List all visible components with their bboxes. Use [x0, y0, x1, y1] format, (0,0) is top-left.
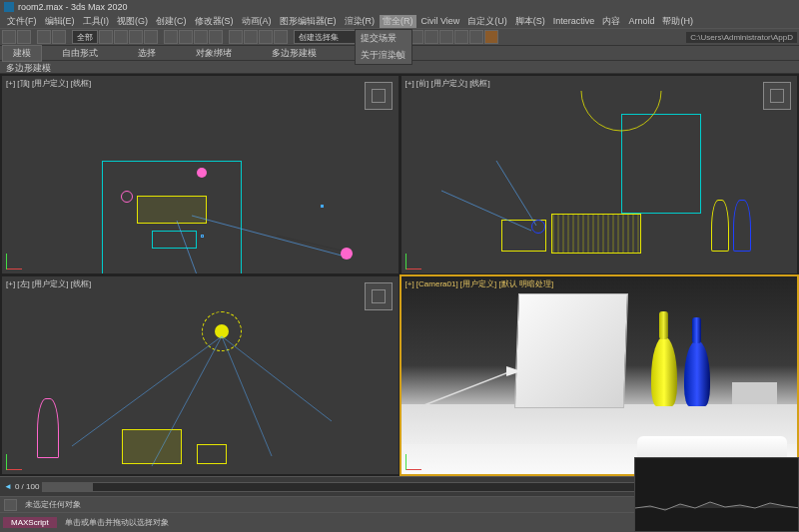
svg-point-3 — [341, 248, 353, 260]
window-title: room2.max - 3ds Max 2020 — [18, 2, 128, 12]
viewport-front[interactable]: [+] [前] [用户定义] [线框] — [400, 75, 799, 274]
snap-button[interactable] — [229, 30, 243, 44]
menu-group[interactable]: 视图(G) — [114, 15, 151, 28]
select-button[interactable] — [99, 30, 113, 44]
render-setup-button[interactable] — [454, 30, 468, 44]
selection-status: 未选定任何对象 — [25, 499, 81, 510]
books-render — [732, 382, 777, 404]
select-rect-button[interactable] — [129, 30, 143, 44]
menu-modify[interactable]: 修改器(S) — [192, 15, 237, 28]
axis-gizmo — [405, 448, 427, 470]
title-bar: room2.max - 3ds Max 2020 — [0, 0, 799, 14]
light-core — [215, 324, 229, 338]
percent-snap-button[interactable] — [259, 30, 273, 44]
sofa-top — [137, 196, 207, 224]
stats-graph — [635, 458, 798, 531]
filter-combo[interactable]: 全部 — [72, 30, 98, 44]
viewport-camera[interactable]: [+] [Camera01] [用户定义] [默认 明暗处理] — [400, 275, 799, 475]
schematic-button[interactable] — [424, 30, 438, 44]
table-top — [152, 231, 197, 249]
menu-tools[interactable]: 工具(I) — [80, 15, 113, 28]
menu-edit[interactable]: 编辑(E) — [42, 15, 78, 28]
named-selection-combo[interactable]: 创建选择集 — [294, 30, 364, 44]
viewport-container: [+] [顶] [用户定义] [线框] [+] [前] [用户定义] [线框] — [0, 74, 799, 476]
ribbon-object[interactable]: 对象绑堵 — [176, 47, 252, 60]
canvas-render — [513, 293, 627, 408]
stats-graph-panel[interactable] — [634, 457, 799, 532]
sofa-side — [122, 429, 182, 464]
frame-range: 0 / 100 — [15, 482, 39, 491]
menu-file[interactable]: 文件(F) — [4, 15, 40, 28]
viewport-top-label[interactable]: [+] [顶] [用户定义] [线框] — [6, 78, 91, 89]
viewport-left-label[interactable]: [+] [左] [用户定义] [线框] — [6, 278, 91, 289]
svg-line-10 — [421, 371, 511, 406]
svg-line-9 — [222, 336, 272, 456]
vase-blue-neck — [692, 317, 701, 343]
ribbon-freeform[interactable]: 自由形式 — [42, 47, 118, 60]
placement-button[interactable] — [209, 30, 223, 44]
render-frame-button[interactable] — [469, 30, 483, 44]
spinner-snap-button[interactable] — [274, 30, 288, 44]
viewcube-icon[interactable] — [365, 82, 393, 110]
vase-wire-1 — [711, 200, 729, 252]
object-circle-1 — [121, 191, 133, 203]
menu-graph[interactable]: 图形编辑器(E) — [277, 15, 340, 28]
menu-content[interactable]: 内容 — [599, 15, 623, 28]
vase-blue — [684, 340, 710, 406]
scale-button[interactable] — [194, 30, 208, 44]
svg-line-2 — [277, 236, 342, 251]
menu-help[interactable]: 帮助(H) — [659, 15, 696, 28]
select-name-button[interactable] — [114, 30, 128, 44]
rotate-button[interactable] — [179, 30, 193, 44]
ribbon-tab-modeling[interactable]: 建模 — [2, 45, 42, 62]
axis-gizmo — [6, 448, 28, 470]
menu-bar[interactable]: 文件(F) 编辑(E) 工具(I) 视图(G) 创建(C) 修改器(S) 动画(… — [0, 14, 799, 28]
viewport-top[interactable]: [+] [顶] [用户定义] [线框] — [1, 75, 400, 274]
unlink-button[interactable] — [52, 30, 66, 44]
render-button[interactable] — [484, 30, 498, 44]
move-button[interactable] — [164, 30, 178, 44]
menu-script[interactable]: 脚本(S) — [512, 15, 548, 28]
camera-lines — [202, 236, 203, 237]
maxscript-tag[interactable]: MAXScript — [3, 517, 57, 528]
submenu-dropdown[interactable]: 提交场景 关于渲染帧 — [355, 29, 412, 65]
prompt-hint: 单击或单击并拖动以选择对象 — [59, 517, 175, 528]
menu-anim[interactable]: 动画(A) — [239, 15, 275, 28]
vase-yellow — [651, 336, 677, 406]
viewport-camera-text: [+] [Camera01] [用户定义] — [405, 279, 499, 288]
viewcube-icon[interactable] — [365, 282, 393, 310]
material-button[interactable] — [439, 30, 453, 44]
submenu-item-2[interactable]: 关于渲染帧 — [356, 47, 411, 64]
menu-arnold[interactable]: Arnold — [625, 16, 657, 26]
angle-snap-button[interactable] — [244, 30, 258, 44]
menu-customize[interactable]: 自定义(U) — [464, 15, 510, 28]
redo-button[interactable] — [17, 30, 31, 44]
undo-button[interactable] — [2, 30, 16, 44]
axis-gizmo — [6, 248, 28, 269]
vase-wire-2 — [733, 200, 751, 252]
viewport-front-label[interactable]: [+] [前] [用户定义] [线框] — [405, 78, 490, 89]
menu-civil[interactable]: Civil View — [418, 16, 463, 26]
viewport-camera-label[interactable]: [+] [Camera01] [用户定义] [默认 明暗处理] — [405, 278, 554, 289]
sofa-front — [551, 214, 641, 254]
axis-gizmo — [405, 248, 427, 269]
submenu-item-1[interactable]: 提交场景 — [356, 30, 411, 47]
svg-line-5 — [496, 161, 536, 226]
menu-render[interactable]: 渲染(R) — [342, 15, 379, 28]
window-crossing-button[interactable] — [144, 30, 158, 44]
viewport-left[interactable]: [+] [左] [用户定义] [线框] — [1, 275, 400, 475]
svg-line-7 — [222, 336, 332, 421]
viewcube-icon[interactable] — [763, 82, 791, 110]
lock-button[interactable] — [4, 499, 17, 511]
menu-interactive[interactable]: Interactive — [550, 16, 598, 26]
ribbon-poly[interactable]: 多边形建模 — [252, 47, 337, 60]
link-button[interactable] — [37, 30, 51, 44]
menu-smooth[interactable]: 雷全(R) — [380, 15, 416, 28]
panel-title: 多边形建模 — [6, 63, 51, 73]
vase-side — [37, 398, 59, 458]
ribbon-selection[interactable]: 选择 — [118, 47, 176, 60]
lamp-head — [531, 220, 545, 234]
menu-create[interactable]: 创建(C) — [153, 15, 190, 28]
canvas-frame — [621, 114, 701, 214]
object-circle-2 — [197, 168, 207, 178]
